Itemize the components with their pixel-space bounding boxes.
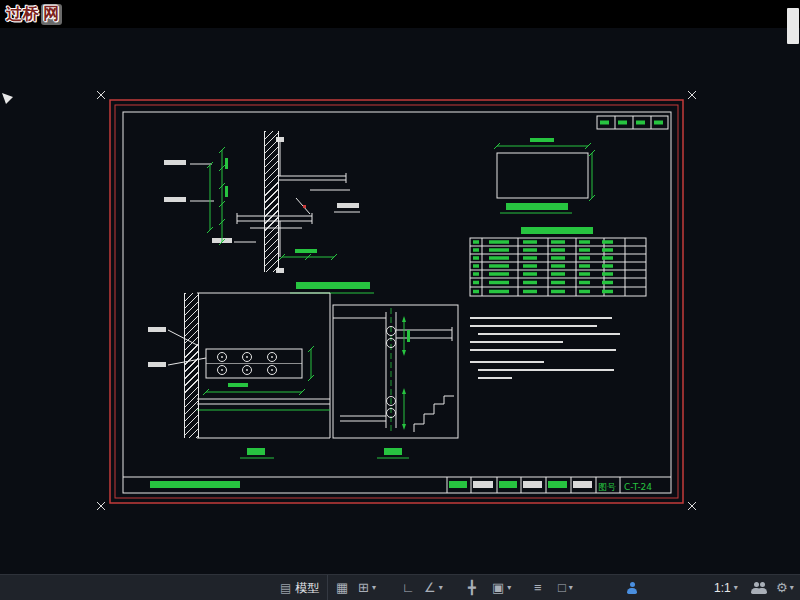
chevron-down-icon: ▾ [439,575,443,600]
logo-boxed-char: 网 [41,4,62,25]
chevron-down-icon: ▾ [372,575,376,600]
table-title-text [521,227,593,234]
hatch-wall-section-a [264,131,279,272]
lineweight-icon: ≡ [534,575,542,600]
ortho-icon: ∟ [402,575,415,600]
grid-icon: ▦ [336,575,348,600]
detail-bolted-plate [148,293,330,458]
polar-tracking-button[interactable]: ∠ ▾ [424,575,443,600]
gear-icon: ⚙ [776,575,788,600]
detail-c-caption-text [247,448,265,455]
top-bar: 过桥网 [0,0,800,28]
chevron-down-icon: ▾ [790,575,794,600]
detail-canopy-plan [494,138,595,213]
revision-table [597,116,668,129]
chevron-down-icon: ▾ [569,575,573,600]
model-space-canvas[interactable]: 图号 C-T-24 [0,0,800,574]
title-block-drawing-title-text [150,481,240,488]
detail-section-1-1 [333,305,458,458]
selection-cycling-button[interactable]: □ ▾ [558,575,573,600]
title-block: 图号 C-T-24 [123,477,671,493]
drawing-no-value: C-T-24 [624,482,652,492]
model-tab-label: 模型 [295,575,319,600]
drawing-svg: 图号 C-T-24 [0,0,800,574]
chevron-down-icon: ▾ [507,575,511,600]
scale-value-label: 1:1 [714,575,731,600]
drawing-no-label: 图号 [598,482,616,492]
tracking-icon: ╋ [468,575,476,600]
sign-in-button[interactable] [626,575,638,600]
chevron-down-icon: ▾ [734,575,738,600]
detail-b-caption-text [506,203,568,210]
polar-tracking-icon: ∠ [424,575,436,600]
grid-toggle-button[interactable]: ▦ [336,575,348,600]
logo-text: 过桥 [6,5,40,22]
cad-application-window: 过桥网 [0,0,800,600]
ortho-toggle-button[interactable]: ∟ [402,575,415,600]
snap-toggle-button[interactable]: ⊞ ▾ [358,575,376,600]
snap-icon: ⊞ [358,575,369,600]
object-snap-tracking-button[interactable]: ╋ [468,575,476,600]
detail-a-caption-text [296,282,370,289]
detail-d-caption-text [384,448,402,455]
users-icon [756,582,768,594]
schedule-table [470,227,646,296]
model-tab-icon: ▤ [280,575,291,600]
object-snap-button[interactable]: ▣ ▾ [492,575,511,600]
osnap-icon: ▣ [492,575,504,600]
user-icon [626,582,638,594]
collaborate-button[interactable] [750,575,768,600]
annotation-scale-control[interactable]: 1:1 ▾ [714,575,738,600]
notes-text [470,317,620,379]
site-logo: 过桥网 [6,4,62,25]
model-tab-button[interactable]: ▤ 模型 [280,575,328,600]
lineweight-toggle-button[interactable]: ≡ [534,575,542,600]
status-bar: ▤ 模型 ▦ ⊞ ▾ ∟ ∠ ▾ ╋ ▣ ▾ ≡ □ ▾ [0,574,800,600]
hatch-wall-section-c [184,293,199,438]
cursor-arrow [2,93,13,104]
customization-button[interactable]: ⚙ ▾ [776,575,794,600]
selection-icon: □ [558,575,566,600]
vertical-scrollbar-thumb[interactable] [787,8,799,44]
